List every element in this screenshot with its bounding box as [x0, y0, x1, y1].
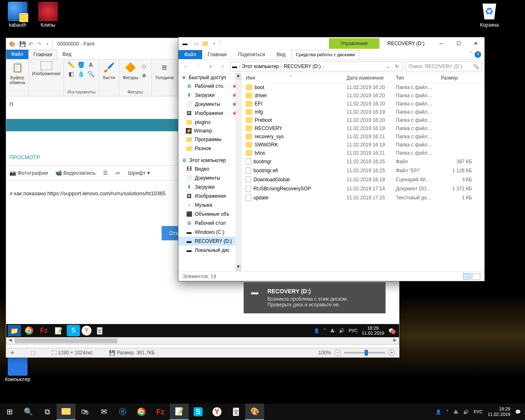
people-icon[interactable]: 👤 — [314, 328, 320, 333]
address-bar[interactable]: ▬ › Этот компьютер › RECOVERY (D:) › ⌄ ↻ — [230, 62, 403, 71]
back-button[interactable]: ← — [181, 62, 191, 71]
tab-file[interactable]: Файл — [178, 50, 202, 59]
crumb-pc[interactable]: Этот компьютер — [242, 64, 279, 69]
nav-winamp[interactable]: ⚡Winamp — [178, 127, 241, 135]
col-size[interactable]: Размер — [437, 73, 484, 83]
manage-contextual-tab[interactable]: Управление — [329, 38, 379, 49]
address-dropdown-icon[interactable]: ⌄ — [384, 64, 392, 69]
col-type[interactable]: Тип — [392, 73, 437, 83]
taskview-button[interactable]: ⧉ — [38, 404, 57, 420]
nav-programs[interactable]: Программы — [178, 135, 241, 144]
taskbar-explorer[interactable] — [57, 404, 75, 420]
file-row[interactable]: update11.02.2019 17:15Текстовый докум...… — [242, 193, 484, 202]
nav-images[interactable]: 🖼Изображени📌 — [178, 109, 241, 118]
qat-dropdown-icon[interactable]: ▾ — [43, 40, 51, 48]
volume-icon[interactable]: 🔊 — [463, 409, 469, 415]
taskbar-notepad[interactable]: 📝 — [170, 404, 189, 420]
nav-misc[interactable]: Разное — [178, 144, 241, 153]
file-list[interactable]: boot11.02.2019 16:20Папка с файламиdrive… — [242, 83, 484, 271]
nav-dl2[interactable]: ⬇Загрузки — [178, 183, 241, 192]
pencil-icon[interactable]: ✏️ — [68, 61, 75, 68]
zoom-out-button[interactable]: − — [334, 349, 341, 356]
numbered-list-icon[interactable]: ≔ — [115, 170, 121, 176]
col-date[interactable]: Дата изменения — [342, 73, 392, 83]
network-icon[interactable]: 🖧 — [454, 409, 458, 414]
qat-dropdown-icon[interactable]: ▾ — [210, 39, 218, 48]
quick-access-header[interactable]: ★Быстрый доступ — [178, 73, 241, 82]
nav-desktop[interactable]: 🖥Рабочий сто.📌 — [178, 82, 241, 91]
clock[interactable]: 18:2911.02.2019 — [488, 406, 510, 417]
lang-indicator[interactable]: РУС — [349, 328, 358, 333]
nav-plugins[interactable]: plugins — [178, 118, 241, 127]
nav-downloads[interactable]: ⬇Загрузки📌 — [178, 91, 241, 100]
fill-icon[interactable]: 🪣 — [78, 61, 85, 68]
start-button[interactable]: ⊞ — [0, 404, 19, 420]
taskbar-paint[interactable]: 🎨 — [245, 404, 264, 420]
shapes-button[interactable]: 🔶 Фигуры — [123, 61, 138, 80]
canvas-hscrollbar[interactable]: ◀▶ — [6, 337, 399, 345]
chevron-up-icon[interactable]: ˄ — [446, 409, 449, 415]
forward-button[interactable]: → — [193, 62, 203, 71]
file-row[interactable]: tvtos11.02.2019 16:21Папка с файлами — [242, 149, 484, 157]
taskbar-chrome[interactable] — [132, 404, 151, 420]
zoom-in-button[interactable]: + — [388, 349, 395, 356]
file-row[interactable]: EFI11.02.2019 16:20Папка с файлами — [242, 100, 484, 108]
inner-cards-icon[interactable]: 🃏 — [93, 325, 106, 336]
inner-yandex-icon[interactable]: Y — [82, 326, 91, 336]
details-view-button[interactable] — [463, 273, 471, 280]
file-row[interactable]: Preboot11.02.2019 16:20Папка с файлами — [242, 116, 484, 124]
taskbar-edge[interactable]: ⓔ — [113, 404, 132, 420]
inner-filezilla-icon[interactable]: Fz — [37, 325, 50, 336]
up-button[interactable]: ↑ — [218, 62, 228, 71]
tab-home[interactable]: Главная — [28, 50, 58, 59]
fill-shape-icon[interactable]: ◆ — [141, 71, 148, 79]
brushes-button[interactable]: 🖌️ Кисти — [103, 61, 116, 80]
file-row[interactable]: SWWORK11.02.2019 16:19Папка с файлами — [242, 141, 484, 149]
taskbar-skype[interactable]: S — [189, 404, 208, 420]
image-button[interactable]: Изображение — [32, 61, 60, 76]
volume-icon[interactable]: 🔊 — [339, 328, 345, 333]
action-center-icon[interactable]: 💬2 — [388, 328, 394, 333]
file-row[interactable]: RUSBUsingRecoverySOP11.02.2019 17:14Доку… — [242, 184, 484, 193]
thickness-button[interactable]: ≡ Толщина — [155, 61, 174, 80]
nav-img2[interactable]: 🖼Изображения — [178, 192, 241, 201]
search-button[interactable]: 🔍 — [19, 404, 38, 420]
inner-skype-icon[interactable]: S — [67, 325, 80, 336]
file-row[interactable]: DownloadGlobal11.02.2019 16:19Сценарий W… — [242, 175, 484, 184]
tab-view[interactable]: Вид — [57, 50, 76, 59]
taskbar-yandex[interactable]: Y — [208, 404, 226, 420]
crumb-drive[interactable]: RECOVERY (D:) — [284, 64, 321, 69]
nav-video[interactable]: 🎞Видео — [178, 164, 241, 173]
file-row[interactable]: recovery_sys11.02.2019 16:21Папка с файл… — [242, 132, 484, 141]
tab-file[interactable]: Файл — [6, 50, 28, 59]
close-button[interactable]: ✕ — [467, 37, 484, 50]
people-icon[interactable]: 👤 — [436, 409, 441, 415]
zoom-icon[interactable]: 🔍 — [87, 70, 95, 78]
clipboard-button[interactable]: 📋 Буфер обмена — [9, 61, 25, 85]
file-row[interactable]: mfg11.02.2019 16:19Папка с файлами — [242, 108, 484, 116]
photo-button[interactable]: 📷 Фотографии — [9, 170, 48, 176]
explorer-titlebar[interactable]: ▬ | ▭ ▾ | Управление RECOVERY (D:) ─ ☐ ✕ — [178, 37, 484, 50]
chevron-up-icon[interactable]: ˄ — [324, 328, 326, 333]
file-row[interactable]: driver11.02.2019 16:20Папка с файлами — [242, 91, 484, 100]
zoom-slider[interactable] — [344, 352, 385, 354]
this-pc-header[interactable]: 🖥Этот компьютер — [178, 156, 241, 164]
file-row[interactable]: bootmgr.efi11.02.2019 16:25Файл "EFI"1 1… — [242, 166, 484, 175]
tab-home[interactable]: Главная — [202, 50, 233, 59]
file-row[interactable]: bootmgr11.02.2019 16:25Файл387 КБ — [242, 157, 484, 166]
nav-localdisk[interactable]: ▬Локальный дис — [178, 246, 241, 255]
tab-view[interactable]: Вид — [271, 50, 291, 59]
help-icon[interactable]: ? — [475, 51, 481, 58]
search-icon[interactable]: 🔍 — [473, 64, 479, 69]
refresh-icon[interactable]: ↻ — [393, 64, 401, 69]
video-button[interactable]: 📹 Видеозапись — [55, 170, 96, 176]
inner-notepad-icon[interactable]: 📝 — [52, 325, 65, 336]
save-icon[interactable]: 💾 — [19, 40, 26, 48]
eraser-icon[interactable]: ◧ — [68, 70, 75, 78]
network-icon[interactable]: 🖧 — [330, 328, 335, 333]
inner-explorer-icon[interactable]: 📁 — [8, 325, 21, 336]
minimize-button[interactable]: ─ — [433, 37, 450, 50]
history-dropdown[interactable]: ▾ — [205, 62, 215, 71]
tab-share[interactable]: Поделиться — [232, 50, 271, 59]
desktop-icon-klipy[interactable]: Клипы — [34, 2, 62, 28]
